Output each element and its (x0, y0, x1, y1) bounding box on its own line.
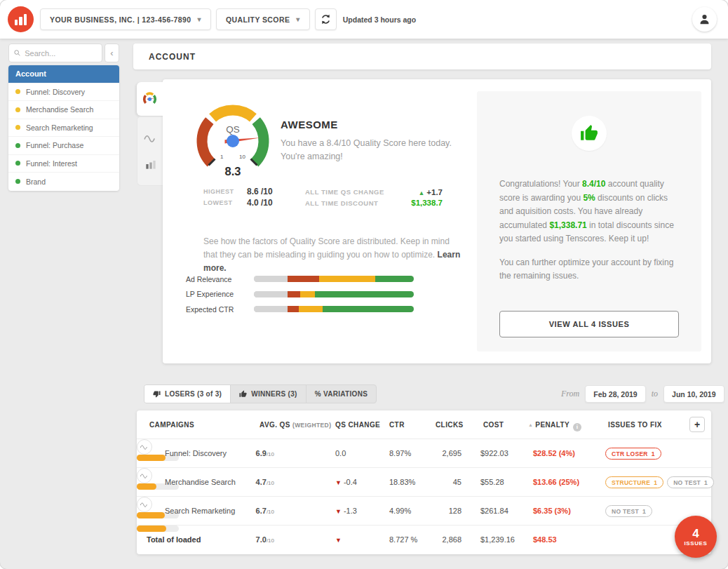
refresh-button[interactable] (315, 8, 337, 30)
sort-icon[interactable]: ▲ (528, 422, 533, 427)
badge-ctr-loser[interactable]: CTR LOSER1 (605, 448, 661, 460)
badge-no-test[interactable]: NO TEST1 (605, 505, 652, 517)
refresh-icon (320, 13, 332, 25)
col-penalty-label: PENALTY (535, 421, 569, 429)
qs-value: 6.9/10 (234, 449, 274, 457)
qs-gauge: 1 10 QS 8.3 (189, 96, 276, 179)
tab-variations[interactable]: % VARIATIONS (306, 385, 376, 403)
sidebar-item-search-remarketing[interactable]: Search Remarketing (8, 119, 119, 138)
chevron-down-icon: ▾ (296, 15, 299, 23)
highest-value: 8.6 /10 (247, 187, 273, 196)
tab-bars-view[interactable] (144, 157, 158, 171)
trend-button[interactable] (137, 468, 152, 483)
person-icon (698, 13, 711, 26)
congrats-panel: Congratulations! Your 8.4/10 account qua… (477, 91, 701, 352)
business-selector[interactable]: YOUR BUSINESS, INC. | 123-456-7890 ▾ (40, 8, 211, 30)
badge-count: 1 (654, 479, 657, 486)
ctr-value: 8.727 % (389, 535, 417, 544)
qs-change: ▼-1.3 (335, 507, 357, 515)
discount-label: ALL TIME DISCOUNT (305, 199, 378, 207)
sidebar-item-funnel-purchase[interactable]: Funnel: Purchase (8, 137, 119, 155)
tab-losers[interactable]: LOSERS (3 of 3) (144, 385, 231, 403)
lowest-value: 4.0 /10 (247, 198, 273, 208)
all-time-stats: ALL TIME QS CHANGE ▲+1.7 ALL TIME DISCOU… (305, 186, 443, 208)
cost-value: $922.03 (480, 449, 508, 457)
trend-button[interactable] (137, 497, 152, 512)
penalty-value: $28.52 (4%) (533, 449, 575, 457)
clicks-value: 45 (426, 478, 461, 486)
col-qs-change: QS CHANGE (335, 421, 380, 429)
info-icon[interactable]: i (573, 423, 581, 431)
factor-distribution: Ad Relevance LP Experience Expec (186, 272, 414, 317)
sidebar-item-funnel-interest[interactable]: Funnel: Interest (8, 155, 119, 173)
result-filter-tabs: LOSERS (3 of 3) WINNERS (3) % VARIATIONS (144, 384, 377, 403)
optimize-paragraph: You can further optimize your account by… (499, 256, 679, 283)
factor-row: Expected CTR (186, 302, 414, 317)
factor-label: Ad Relevance (186, 275, 254, 283)
trend-button[interactable] (137, 439, 152, 455)
congrats-paragraph: Congratulations! Your 8.4/10 account qua… (499, 178, 679, 246)
score-subtext: You have a 8.4/10 Quality Score here tod… (281, 137, 471, 163)
segment-green (375, 276, 414, 282)
from-date-button[interactable]: Feb 28, 2019 (585, 385, 645, 403)
issues-fab-button[interactable]: 4 ISSUES (675, 516, 717, 558)
tab-trend-view[interactable] (143, 130, 159, 146)
congrats-highlight: 5% (583, 193, 595, 203)
thumbs-down-icon (153, 390, 161, 398)
triangle-up-icon: ▲ (418, 189, 424, 196)
gauge-icon (142, 92, 158, 107)
badge-no-test[interactable]: NO TEST1 (667, 476, 714, 488)
qs-number: 6.7 (256, 507, 267, 515)
tenscores-logo-icon[interactable] (8, 6, 34, 32)
user-avatar[interactable] (692, 7, 717, 32)
thumbs-up-icon (580, 124, 598, 142)
business-selector-label: YOUR BUSINESS, INC. | 123-456-7890 (50, 15, 191, 24)
add-column-button[interactable]: + (689, 417, 705, 432)
factor-row: Ad Relevance (186, 272, 414, 287)
sidebar-item-label: Brand (26, 178, 46, 186)
sidebar-item-account[interactable]: Account (8, 65, 119, 83)
cost-value: $261.84 (480, 507, 508, 515)
sidebar-item-funnel-discovery[interactable]: Funnel: Discovery (8, 83, 119, 102)
badge-label: NO TEST (673, 479, 701, 486)
triangle-down-icon: ▼ (335, 537, 342, 544)
to-date-button[interactable]: Jun 10, 2019 (663, 385, 724, 403)
table-total-row: Total of loaded 7.0/10 ▼ 8.727 % 2,868 $… (137, 525, 711, 554)
tab-gauge-view[interactable] (137, 82, 163, 116)
col-ctr: CTR (389, 421, 405, 429)
congrats-text: Congratulations! Your (499, 179, 582, 189)
issue-badges: CTR LOSER1 (605, 448, 661, 460)
gauge-min-label: 1 (220, 154, 224, 160)
gauge-title: QS (226, 124, 240, 135)
view-selector[interactable]: QUALITY SCORE ▾ (216, 8, 310, 30)
penalty-value: $48.53 (533, 535, 557, 544)
campaign-name: Funnel: Discovery (165, 449, 227, 457)
sidebar-item-brand[interactable]: Brand (8, 173, 119, 191)
search-input[interactable] (25, 49, 97, 58)
tab-winners[interactable]: WINNERS (3) (231, 385, 306, 403)
qs-change-number: -0.4 (344, 478, 357, 486)
view-all-issues-button[interactable]: VIEW ALL 4 ISSUES (499, 311, 679, 337)
qs-number: 6.9 (256, 449, 267, 457)
segment-yellow (319, 276, 375, 282)
table-row: Merchandise Search 4.7/10 ▼-0.4 18.83% 4… (137, 467, 711, 496)
clicks-value: 2,868 (426, 535, 461, 544)
sidebar-item-merchandise-search[interactable]: Merchandise Search (8, 101, 119, 119)
app-window: YOUR BUSINESS, INC. | 123-456-7890 ▾ QUA… (0, 0, 728, 569)
table-header: CAMPAIGNS AVG. QS (WEIGHTED) QS CHANGE C… (137, 410, 711, 439)
qs-number: 7.0 (256, 535, 267, 544)
badge-structure[interactable]: STRUCTURE1 (605, 476, 663, 488)
segment-green (315, 291, 414, 297)
sidebar: ‹ Account Funnel: Discovery Merchandise … (8, 43, 119, 191)
segment-gray (254, 291, 288, 297)
sidebar-item-label: Account (15, 69, 46, 78)
qs-change: 0.0 (335, 449, 346, 457)
wave-icon (140, 500, 149, 509)
tab-variations-label: % VARIATIONS (315, 390, 368, 398)
campaign-name: Merchandise Search (165, 478, 236, 486)
qs-change-value: +1.7 (426, 188, 443, 196)
sidebar-collapse-button[interactable]: ‹ (105, 43, 119, 62)
qs-change-number: -1.3 (344, 507, 357, 515)
issue-badges: STRUCTURE1 NO TEST1 (605, 476, 714, 488)
wave-icon (140, 471, 149, 481)
